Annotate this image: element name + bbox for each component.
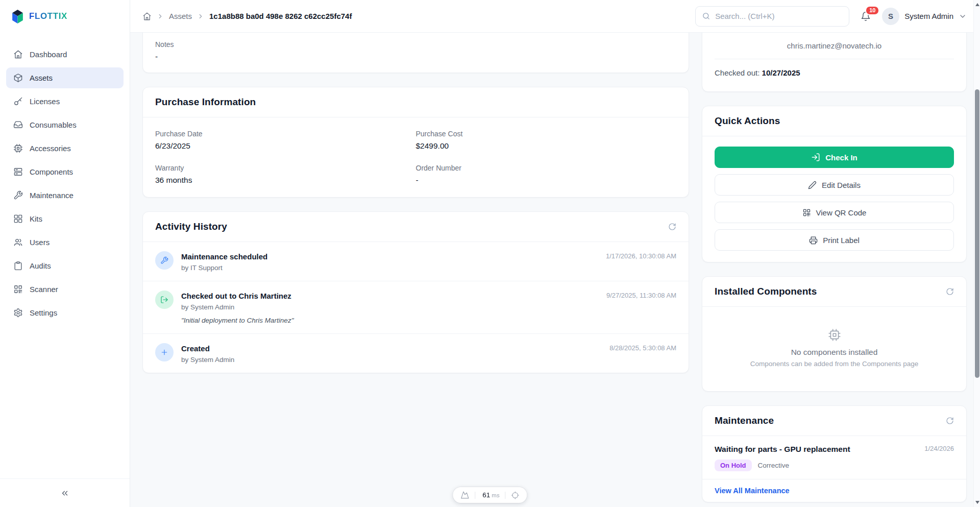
- refresh-icon[interactable]: [946, 417, 954, 425]
- maintenance-card: Maintenance Waiting for parts - GPU repl…: [702, 405, 967, 502]
- notes-value: -: [155, 52, 676, 61]
- activity-title: Checked out to Chris Martinez: [181, 291, 293, 300]
- sidebar-item-consumables[interactable]: Consumables: [6, 114, 124, 135]
- divider: [715, 59, 954, 59]
- chip-icon: [13, 143, 23, 153]
- user-menu[interactable]: S System Admin: [882, 8, 967, 25]
- checked-out-line: Checked out: 10/27/2025: [702, 68, 966, 77]
- activity-entry: Checked out to Chris Martinez by System …: [143, 281, 689, 334]
- sidebar-item-kits[interactable]: Kits: [6, 208, 124, 229]
- notification-badge: 10: [865, 6, 879, 15]
- breadcrumb-home-icon[interactable]: [142, 12, 152, 21]
- sidebar-item-label: Components: [30, 167, 73, 176]
- latency-readout: 61ms: [481, 491, 499, 499]
- status-badge: On Hold: [715, 460, 752, 471]
- purchase-field: Warranty 36 months: [155, 164, 416, 185]
- activity-by: by IT Support: [181, 264, 267, 272]
- key-icon: [13, 96, 23, 106]
- top-header: Assets 1c1a8b88 ba0d 498e 8262 c62cc25fc…: [130, 0, 980, 33]
- print-label-button[interactable]: Print Label: [715, 229, 954, 251]
- breadcrumb-current-asset-id: 1c1a8b88 ba0d 498e 8262 c62cc25fc74f: [209, 12, 352, 20]
- quick-actions-title: Quick Actions: [715, 115, 780, 127]
- avatar: S: [882, 8, 899, 25]
- maintenance-entry-title: Waiting for parts - GPU replacement: [715, 445, 850, 454]
- sidebar-nav: Dashboard Assets Licenses Consumables Ac…: [0, 33, 130, 334]
- chevron-down-icon: [959, 12, 967, 20]
- activity-entry: Maintenance scheduled by IT Support 1/17…: [143, 242, 689, 281]
- activity-timestamp: 1/17/2026, 10:30:08 AM: [606, 251, 676, 272]
- sidebar-item-assets[interactable]: Assets: [6, 67, 124, 88]
- check-in-icon: [811, 153, 820, 162]
- purchase-field: Purchase Date 6/23/2025: [155, 130, 416, 151]
- sidebar-item-audits[interactable]: Audits: [6, 255, 124, 276]
- sidebar-item-dashboard[interactable]: Dashboard: [6, 44, 124, 65]
- header-actions: 10 S System Admin: [695, 6, 967, 27]
- app-logo[interactable]: FLOTTIX: [0, 0, 130, 33]
- sidebar-item-scanner[interactable]: Scanner: [6, 279, 124, 300]
- sidebar-item-label: Kits: [30, 214, 42, 223]
- notes-card: Notes -: [142, 33, 689, 73]
- check-in-button[interactable]: Check In: [715, 147, 954, 168]
- server-icon: [13, 167, 23, 177]
- scroll-down-arrow[interactable]: [975, 501, 979, 504]
- breadcrumb-assets[interactable]: Assets: [169, 12, 192, 20]
- refresh-icon[interactable]: [946, 287, 954, 296]
- sidebar-item-accessories[interactable]: Accessories: [6, 138, 124, 159]
- activity-title: Maintenance scheduled: [181, 251, 267, 261]
- inbox-icon: [13, 120, 23, 130]
- maintenance-title: Maintenance: [715, 415, 774, 426]
- sidebar-item-components[interactable]: Components: [6, 161, 124, 182]
- users-icon: [13, 237, 23, 247]
- pencil-icon: [808, 181, 817, 189]
- sidebar-item-settings[interactable]: Settings: [6, 302, 124, 323]
- components-empty-state: No components installed Components can b…: [702, 307, 966, 391]
- refresh-icon[interactable]: [668, 223, 676, 231]
- sidebar-item-label: Consumables: [30, 120, 77, 129]
- chevron-right-icon: [157, 13, 164, 20]
- activity-timestamp: 9/27/2025, 11:30:08 AM: [606, 291, 676, 324]
- search-input[interactable]: [715, 12, 843, 20]
- activity-by: by System Admin: [181, 303, 293, 311]
- view-all-maintenance-link[interactable]: View All Maintenance: [702, 479, 966, 502]
- purchase-information-title: Purchase Information: [155, 96, 256, 108]
- printer-icon: [809, 236, 818, 245]
- maintenance-type: Corrective: [758, 462, 790, 469]
- installed-components-title: Installed Components: [715, 286, 817, 297]
- collapse-sidebar-icon: [60, 489, 69, 498]
- devtools-bar[interactable]: 61ms: [453, 487, 527, 503]
- sidebar-item-maintenance[interactable]: Maintenance: [6, 185, 124, 206]
- wrench-icon: [155, 251, 174, 270]
- edit-details-button[interactable]: Edit Details: [715, 174, 954, 196]
- sidebar-item-users[interactable]: Users: [6, 232, 124, 253]
- crosshair-icon[interactable]: [511, 491, 520, 499]
- wrench-icon: [13, 190, 23, 200]
- sidebar-item-licenses[interactable]: Licenses: [6, 91, 124, 112]
- sidebar-item-label: Users: [30, 238, 50, 247]
- quick-actions-card: Quick Actions Check In Edit Details View…: [702, 106, 967, 262]
- gear-icon: [13, 308, 23, 318]
- mountain-icon[interactable]: [460, 491, 469, 499]
- maintenance-entry-date: 1/24/2026: [924, 445, 954, 452]
- right-column: chris.martinez@novatech.io Checked out: …: [702, 33, 967, 507]
- window-scrollbar[interactable]: [973, 0, 980, 507]
- scroll-up-arrow[interactable]: [975, 3, 979, 6]
- view-qr-code-button[interactable]: View QR Code: [715, 202, 954, 223]
- clipboard-icon: [13, 261, 23, 271]
- main-content: Notes - Purchase Information Purchase Da…: [130, 33, 980, 507]
- notifications-button[interactable]: 10: [861, 11, 871, 21]
- assignee-email: chris.martinez@novatech.io: [702, 41, 966, 50]
- sidebar-item-label: Dashboard: [30, 50, 67, 59]
- search-box[interactable]: [695, 6, 849, 27]
- activity-title: Created: [181, 343, 234, 353]
- qr-code-icon: [802, 208, 811, 217]
- sidebar-item-label: Scanner: [30, 285, 58, 294]
- purchase-field: Purchase Cost $2499.00: [416, 130, 677, 151]
- maintenance-entry: Waiting for parts - GPU replacement 1/24…: [702, 436, 966, 479]
- collapse-sidebar-button[interactable]: [0, 478, 130, 507]
- plus-icon: [155, 343, 174, 361]
- scrollbar-thumb[interactable]: [975, 89, 979, 378]
- home-icon: [13, 50, 23, 59]
- divider: [475, 492, 475, 499]
- activity-note: "Initial deployment to Chris Martinez": [181, 317, 293, 324]
- chip-icon: [715, 328, 954, 342]
